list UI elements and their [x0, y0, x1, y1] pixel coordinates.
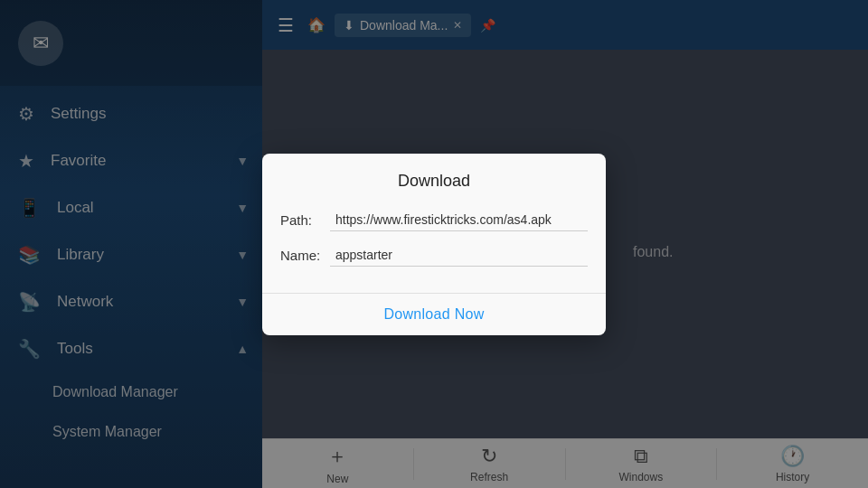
modal-path-row: Path: https://www.firesticktricks.com/as… [280, 209, 588, 231]
modal-name-row: Name: appstarter [280, 244, 588, 267]
path-label: Path: [280, 212, 330, 228]
modal-overlay: Download Path: https://www.firesticktric… [0, 0, 868, 488]
download-now-button[interactable]: Download Now [383, 306, 484, 323]
modal-title: Download [262, 154, 606, 204]
name-label: Name: [280, 248, 330, 263]
name-value: appstarter [330, 244, 588, 267]
modal-action-area: Download Now [262, 294, 606, 335]
modal-body: Path: https://www.firesticktricks.com/as… [262, 204, 606, 293]
path-value: https://www.firesticktricks.com/as4.apk [330, 209, 588, 231]
download-modal: Download Path: https://www.firesticktric… [262, 154, 606, 335]
